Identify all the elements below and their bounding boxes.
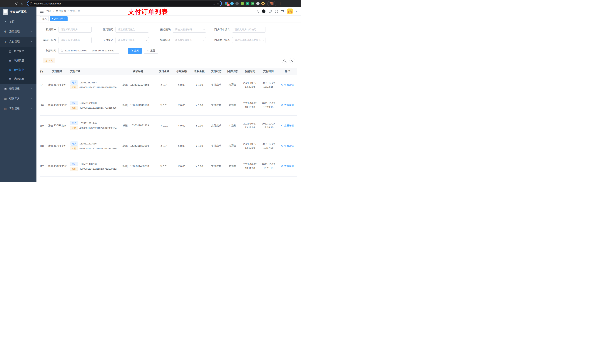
pay-status-select[interactable]: 请选择支付状态 <box>116 37 149 43</box>
sidebar-item-devtools[interactable]: ▨ 研发工具 <box>0 94 36 104</box>
cell-id: 121 <box>40 75 46 95</box>
select-placeholder: 请输入渠道编码 <box>175 28 203 31</box>
filter-pay-status: 支付状态 请选择支付状态 <box>97 37 149 43</box>
cell-notify: 未通知 <box>224 95 241 115</box>
column-header: 支付金额 <box>155 68 173 75</box>
fullscreen-icon[interactable] <box>275 10 278 13</box>
help-icon[interactable]: ? <box>269 10 272 13</box>
view-detail-link[interactable]: 查看详情 <box>281 165 294 168</box>
github-icon[interactable] <box>262 10 266 13</box>
pay-order-no: 4200001173202110272847982104 <box>79 127 117 129</box>
browser-profile-avatar[interactable] <box>261 2 265 5</box>
app-no-select[interactable]: 请选择应用信息 <box>116 27 149 32</box>
browser-back-icon[interactable]: ← <box>2 1 7 6</box>
sidebar-item-merchant-info[interactable]: ▤ 商户信息 <box>0 47 36 56</box>
filter-label: 所属商户 <box>40 28 58 31</box>
sidebar-item-workflow[interactable]: ◫ 工作流程 <box>0 104 36 114</box>
extension-check-icon[interactable] <box>246 2 249 5</box>
sidebar-item-infrastructure[interactable]: ▣ 基础设施 <box>0 83 36 94</box>
share-icon[interactable]: ↥ <box>213 2 215 5</box>
sidebar-item-home[interactable]: ◔ 首页 <box>0 17 36 27</box>
extension-chat-icon[interactable] <box>251 2 254 5</box>
extension-badge: 10 <box>227 4 230 6</box>
export-button[interactable]: 导出 <box>43 58 55 63</box>
browser-address-bar[interactable]: ⓘ localhost:1024/pay/order ↥ ☆ <box>27 1 222 6</box>
close-tab-icon[interactable]: × <box>64 18 65 20</box>
pay-tag: 支付 <box>70 106 78 110</box>
merchant-input[interactable] <box>58 27 92 32</box>
user-avatar[interactable] <box>287 9 293 14</box>
sidebar-item-payment[interactable]: ¥ 支付管理 <box>0 37 36 47</box>
browser-menu-icon[interactable]: ⋮ <box>278 2 282 5</box>
breadcrumb-pay-manage[interactable]: 支付管理 <box>56 10 66 13</box>
column-header: 支付状态 <box>208 68 224 75</box>
table-row: 120 微信 JSAPI 支付 商户1635311949168 支付420000… <box>40 95 297 115</box>
reset-button-label: 重置 <box>150 49 155 52</box>
view-detail-link[interactable]: 查看详情 <box>281 83 294 87</box>
search-icon <box>281 165 283 167</box>
view-detail-link[interactable]: 查看详情 <box>281 104 294 107</box>
reset-button[interactable]: 重置 <box>144 48 158 54</box>
cell-order: 商户1635312124657 支付4200001174202110278060… <box>68 75 121 95</box>
merchant-order-no-input[interactable] <box>232 27 266 32</box>
cell-order: 商户1635311949168 支付4200001181202110277723… <box>68 95 121 115</box>
sidebar-item-pay-order[interactable]: ◉ 支付订单 <box>0 65 36 74</box>
pay-tag: 支付 <box>70 85 78 89</box>
cell-paid: 2021-10-2713:17:08 <box>259 136 278 156</box>
extensions-pin-icon[interactable] <box>256 2 259 5</box>
view-detail-link[interactable]: 查看详情 <box>281 124 294 127</box>
chevron-down-icon <box>32 87 33 89</box>
extension-cluster-icon[interactable]: 10 <box>225 2 228 5</box>
filter-label: 商户订单编号 <box>212 28 232 31</box>
refresh-icon <box>147 49 149 52</box>
browser-update-button[interactable]: 更新 <box>267 1 276 6</box>
download-icon <box>45 60 47 62</box>
refresh-table-icon[interactable] <box>290 58 295 63</box>
site-info-icon[interactable]: ⓘ <box>30 2 32 5</box>
notify-status-select[interactable]: 请选择订单回调商户状态 <box>232 37 266 43</box>
channel-code-select[interactable]: 请输入渠道编码 <box>173 27 206 32</box>
tab-home[interactable]: 首页 <box>40 16 49 21</box>
app-logo[interactable]: 芋道管理系统 <box>0 7 36 17</box>
toggle-search-icon[interactable] <box>282 58 287 63</box>
sidebar-item-system[interactable]: ⚙ 系统管理 <box>0 27 36 37</box>
cell-channel: 微信 JSAPI 支付 <box>46 136 68 156</box>
cell-fee <box>173 177 191 182</box>
breadcrumb-home[interactable]: 首页 <box>46 10 52 13</box>
search-button[interactable]: 搜索 <box>128 48 142 54</box>
browser-refresh-icon[interactable] <box>14 1 19 6</box>
merchant-tag: 商户 <box>70 142 78 146</box>
merchant-order-no: 1635311881440 <box>79 122 97 125</box>
channel-order-no-input[interactable] <box>58 37 92 43</box>
date-range-picker[interactable]: 2021-10-01 00:00:00 - 2021-10-31 23:59:5… <box>58 48 119 54</box>
filter-row-1: 所属商户 应用编号 请选择应用信息 渠道编码 请输入渠道编码 <box>40 26 297 32</box>
tab-pay-order[interactable]: 支付订单 × <box>50 16 68 21</box>
browser-home-icon[interactable]: ⌂ <box>20 1 25 6</box>
search-icon[interactable] <box>256 10 259 13</box>
sidebar-item-refund-order[interactable]: ▥ 退款订单 <box>0 74 36 83</box>
bookmark-star-icon[interactable]: ☆ <box>217 2 219 5</box>
sidebar-item-app-info[interactable]: ▦ 应用信息 <box>0 56 36 65</box>
gear-icon: ⚙ <box>4 30 7 33</box>
refund-status-select[interactable]: 请选择退款状态 <box>173 37 206 43</box>
pay-tag: 支付 <box>70 167 78 171</box>
pay-tag: 支付 <box>70 146 78 150</box>
filter-label: 应用编号 <box>97 28 116 31</box>
merchant-tag: 商户 <box>70 121 78 125</box>
chevron-down-icon <box>203 39 205 41</box>
extension-green-icon[interactable] <box>241 2 244 5</box>
pay-order-icon: ◉ <box>9 68 12 71</box>
cell-order: 商户1635311823086 支付4200001167202110271022… <box>68 136 121 156</box>
table-toolbar: 导出 <box>40 58 297 63</box>
extension-drop-icon[interactable] <box>230 2 234 5</box>
sidebar-item-label: 系统管理 <box>9 30 32 33</box>
browser-forward-icon[interactable]: → <box>8 1 13 6</box>
sidebar-collapse-icon[interactable] <box>40 10 43 13</box>
cell-channel: 微信 JSAPI 支付 <box>46 115 68 136</box>
cell-order: 商户1635311881440 支付4200001173202110272847… <box>68 115 121 136</box>
font-size-icon[interactable]: TT <box>281 10 284 13</box>
extension-gray-icon[interactable] <box>236 2 239 5</box>
view-detail-link[interactable]: 查看详情 <box>281 144 294 148</box>
merchant-order-no: 1635312124657 <box>79 81 97 84</box>
avatar-caret-icon[interactable] <box>296 11 297 13</box>
